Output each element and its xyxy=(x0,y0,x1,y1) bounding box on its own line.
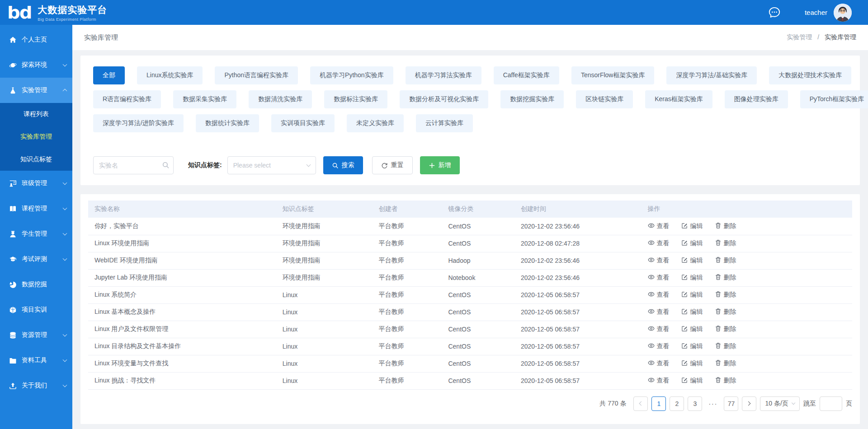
sidebar-item-exam-evaluation[interactable]: 考试评测 xyxy=(0,247,72,272)
filter-tag[interactable]: Keras框架实验库 xyxy=(645,90,712,108)
table-cell: 平台教师 xyxy=(373,218,442,235)
sidebar-item-student-management[interactable]: 学生管理 xyxy=(0,221,72,247)
filter-tag[interactable]: 数据采集实验库 xyxy=(173,90,236,108)
sidebar-subitem-course-list[interactable]: 课程列表 xyxy=(0,103,72,126)
filter-tag[interactable]: Linux系统实验库 xyxy=(137,66,203,84)
delete-action[interactable]: 删除 xyxy=(715,377,736,385)
reset-button[interactable]: 重置 xyxy=(372,156,413,174)
view-action[interactable]: 查看 xyxy=(648,222,670,230)
page-button-1[interactable]: 1 xyxy=(651,396,666,411)
filter-tag[interactable]: 深度学习算法/进阶实验库 xyxy=(93,114,184,132)
delete-action[interactable]: 删除 xyxy=(715,308,736,316)
table-cell: 平台教师 xyxy=(373,321,442,338)
view-action[interactable]: 查看 xyxy=(648,274,670,282)
edit-action[interactable]: 编辑 xyxy=(681,222,703,230)
sidebar-item-project-training[interactable]: 项目实训 xyxy=(0,297,72,322)
sidebar-item-about-us[interactable]: 关于我们 xyxy=(0,373,72,398)
delete-action[interactable]: 删除 xyxy=(715,325,736,333)
view-action[interactable]: 查看 xyxy=(648,308,670,316)
sidebar-item-material-tools[interactable]: 资料工具 xyxy=(0,348,72,373)
breadcrumb-parent[interactable]: 实验管理 xyxy=(787,33,812,41)
filter-tag[interactable]: 图像处理实验库 xyxy=(725,90,788,108)
sidebar-item-resource-management[interactable]: 资源管理 xyxy=(0,322,72,348)
edit-action[interactable]: 编辑 xyxy=(681,291,703,299)
sidebar-item-explore-env[interactable]: 探索环境 xyxy=(0,52,72,78)
delete-action[interactable]: 删除 xyxy=(715,222,736,230)
filter-tag[interactable]: 未定义实验库 xyxy=(347,114,404,132)
delete-action[interactable]: 删除 xyxy=(715,359,736,368)
edit-action[interactable]: 编辑 xyxy=(681,308,703,316)
filter-tag[interactable]: 机器学习Python实验库 xyxy=(310,66,393,84)
sidebar-subitem-knowledge-tags[interactable]: 知识点标签 xyxy=(0,148,72,171)
page-size-select[interactable]: 10 条/页 xyxy=(760,396,800,411)
edit-action[interactable]: 编辑 xyxy=(681,274,703,282)
sidebar-item-label: 个人主页 xyxy=(22,36,47,44)
search-button[interactable]: 搜索 xyxy=(323,156,363,174)
view-action[interactable]: 查看 xyxy=(648,239,670,247)
delete-action[interactable]: 删除 xyxy=(715,342,736,350)
jump-page-input[interactable] xyxy=(820,396,842,411)
sidebar-item-home[interactable]: 个人主页 xyxy=(0,27,72,52)
filter-tag[interactable]: 云计算实验库 xyxy=(416,114,473,132)
filter-tag[interactable]: PyTorch框架实验库 xyxy=(800,90,868,108)
sidebar-item-label: 资料工具 xyxy=(22,356,47,364)
brand[interactable]: bd 大数据实验平台 Big Data Experiment Platform xyxy=(7,4,107,22)
page-button-3[interactable]: 3 xyxy=(688,396,702,411)
filter-tag[interactable]: 区块链实验库 xyxy=(576,90,633,108)
filter-tag[interactable]: 全部 xyxy=(93,66,125,84)
table-cell: CentOS xyxy=(442,338,514,355)
delete-icon xyxy=(715,239,722,247)
filter-tag[interactable]: 数据标注实验库 xyxy=(324,90,387,108)
view-action[interactable]: 查看 xyxy=(648,256,670,265)
sidebar-item-class-management[interactable]: 班级管理 xyxy=(0,171,72,196)
prev-page-button[interactable] xyxy=(633,396,648,411)
table-cell: 环境使用指南 xyxy=(276,252,373,269)
messages-icon[interactable] xyxy=(768,6,781,19)
edit-action[interactable]: 编辑 xyxy=(681,377,703,385)
view-action[interactable]: 查看 xyxy=(648,359,670,368)
sidebar-item-experiment-management[interactable]: 实验管理 xyxy=(0,78,72,103)
avatar[interactable] xyxy=(834,4,852,22)
edit-action[interactable]: 编辑 xyxy=(681,325,703,333)
view-icon xyxy=(648,342,655,350)
table-card: 实验名称知识点标签创建者镜像分类创建时间操作 你好，实验平台环境使用指南平台教师… xyxy=(80,194,860,424)
view-action[interactable]: 查看 xyxy=(648,377,670,385)
filter-tag[interactable]: 机器学习算法实验库 xyxy=(406,66,481,84)
filter-tag[interactable]: 数据挖掘实验库 xyxy=(500,90,564,108)
table-cell: CentOS xyxy=(442,303,514,321)
filter-tag[interactable]: 数据统计实验库 xyxy=(196,114,259,132)
edit-action[interactable]: 编辑 xyxy=(681,256,703,265)
delete-action[interactable]: 删除 xyxy=(715,256,736,265)
delete-action[interactable]: 删除 xyxy=(715,291,736,299)
view-action[interactable]: 查看 xyxy=(648,325,670,333)
edit-action[interactable]: 编辑 xyxy=(681,239,703,247)
filter-tag[interactable]: Python语言编程实验库 xyxy=(215,66,298,84)
column-header: 知识点标签 xyxy=(276,201,373,218)
sidebar-item-data-mining[interactable]: 数据挖掘 xyxy=(0,272,72,297)
view-action[interactable]: 查看 xyxy=(648,291,670,299)
filter-tag[interactable]: R语言编程实验库 xyxy=(93,90,161,108)
delete-icon xyxy=(715,256,722,265)
sidebar-subitem-experiment-library[interactable]: 实验库管理 xyxy=(0,126,72,148)
delete-action[interactable]: 删除 xyxy=(715,239,736,247)
filter-tag[interactable]: 数据清洗实验库 xyxy=(249,90,312,108)
filter-tag[interactable]: 大数据处理技术实验库 xyxy=(769,66,851,84)
page-button-77[interactable]: 77 xyxy=(724,396,738,411)
table-cell: 2020-12-02 23:56:46 xyxy=(514,218,642,235)
filter-tag[interactable]: 深度学习算法/基础实验库 xyxy=(666,66,757,84)
filter-tag[interactable]: 数据分析及可视化实验库 xyxy=(400,90,488,108)
page-button-2[interactable]: 2 xyxy=(670,396,684,411)
filter-tag[interactable]: 实训项目实验库 xyxy=(271,114,335,132)
sidebar-item-course-management[interactable]: 课程管理 xyxy=(0,196,72,221)
filter-tag[interactable]: Caffe框架实验库 xyxy=(494,66,559,84)
knowledge-tag-select[interactable]: Please select xyxy=(227,156,316,174)
filter-tag[interactable]: TensorFlow框架实验库 xyxy=(571,66,655,84)
add-button[interactable]: 新增 xyxy=(420,156,460,174)
edit-action[interactable]: 编辑 xyxy=(681,342,703,350)
view-action[interactable]: 查看 xyxy=(648,342,670,350)
table-row: Linux 挑战：寻找文件Linux平台教师CentOS2020-12-05 0… xyxy=(88,372,852,389)
next-page-button[interactable] xyxy=(742,396,756,411)
table-cell: Jupyter Lab 环境使用指南 xyxy=(88,269,276,286)
delete-action[interactable]: 删除 xyxy=(715,274,736,282)
edit-action[interactable]: 编辑 xyxy=(681,359,703,368)
